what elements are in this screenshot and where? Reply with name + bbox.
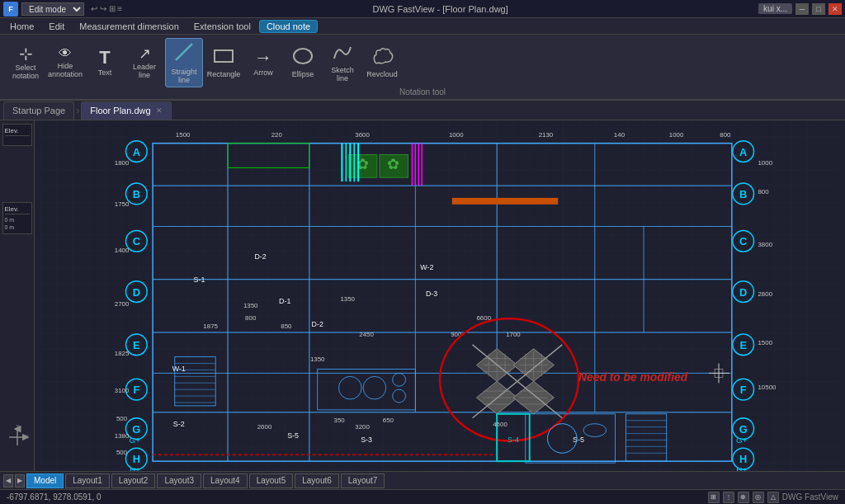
grid-icon[interactable]: ⋮	[723, 492, 734, 503]
window-title: DWG FastView - [Floor Plan.dwg]	[122, 4, 758, 14]
svg-text:3100: 3100	[115, 387, 130, 394]
svg-text:E: E	[739, 339, 747, 351]
revcloud-button[interactable]: Revcloud	[363, 38, 401, 87]
svg-text:800: 800	[245, 314, 257, 322]
svg-text:1500: 1500	[176, 131, 191, 139]
svg-text:D-3: D-3	[426, 290, 437, 298]
select-notation-label: Selectnotation	[12, 64, 39, 81]
svg-text:10500: 10500	[758, 384, 777, 391]
layout-tab-2[interactable]: Layout2	[111, 473, 156, 488]
ellipse-label: Ellipse	[292, 71, 314, 79]
straight-line-button[interactable]: Straightline	[165, 38, 203, 87]
layout-tab-1[interactable]: Layout1	[65, 473, 110, 488]
tab-close-icon[interactable]: ✕	[156, 106, 163, 115]
layout-tab-model[interactable]: Model	[26, 473, 64, 488]
svg-text:G+: G+	[130, 436, 141, 445]
y-axis-label: Y X	[5, 425, 30, 468]
rectangle-button[interactable]: Rectangle	[205, 38, 243, 87]
tab-floorplan[interactable]: Floor Plan.dwg ✕	[81, 101, 171, 120]
mode-select[interactable]: Edit mode	[21, 2, 84, 16]
maximize-button[interactable]: □	[812, 3, 825, 15]
select-notation-button[interactable]: ⊹ Selectnotation	[7, 38, 45, 87]
minimize-button[interactable]: ─	[795, 3, 809, 15]
rectangle-icon	[212, 46, 235, 68]
titlebar-right: kui x... ─ □ ✕	[758, 3, 842, 15]
svg-text:F: F	[740, 384, 747, 396]
sketch-line-icon	[331, 42, 354, 64]
menu-edit[interactable]: Edit	[42, 20, 71, 33]
layout-next-button[interactable]: ▶	[15, 474, 25, 488]
text-label: Text	[98, 69, 112, 78]
sketch-line-label: Sketchline	[331, 67, 354, 83]
hide-annotation-button[interactable]: 👁 Hideannotation	[46, 38, 84, 87]
select-notation-icon: ⊹	[19, 45, 33, 62]
layout-tab-3[interactable]: Layout3	[157, 473, 201, 488]
svg-rect-8	[40, 120, 840, 471]
svg-text:3600: 3600	[355, 131, 370, 139]
ellipse-button[interactable]: Ellipse	[284, 38, 322, 87]
svg-text:2130: 2130	[539, 131, 554, 139]
titlebar-left: F Edit mode ↩ ↪ ⊞ ≡	[3, 2, 122, 16]
svg-text:1750: 1750	[115, 200, 130, 208]
layout-tab-5[interactable]: Layout5	[249, 473, 294, 488]
snap-icon[interactable]: ⊞	[708, 492, 720, 503]
svg-text:1400: 1400	[115, 247, 130, 254]
elevation-box-2: Elev. 0 m 0 m	[2, 202, 32, 234]
elev-row-5: 0 m	[5, 224, 30, 231]
arrow-button[interactable]: → Arrow	[244, 38, 282, 87]
left-panel: Elev. Elev. 0 m 0 m	[0, 120, 35, 471]
tab-startup[interactable]: Startup Page	[3, 101, 74, 120]
svg-text:500: 500	[116, 415, 128, 422]
svg-text:F: F	[133, 384, 139, 396]
svg-text:S-5: S-5	[287, 431, 299, 440]
svg-text:850: 850	[281, 323, 292, 330]
svg-text:350: 350	[334, 417, 346, 424]
svg-text:C: C	[133, 235, 140, 247]
ortho-icon[interactable]: ⊕	[738, 492, 749, 503]
svg-text:H+: H+	[130, 465, 140, 471]
toolbar: ⊹ Selectnotation 👁 Hideannotation T Text…	[0, 35, 845, 101]
svg-text:2450: 2450	[359, 331, 374, 338]
layout-tab-6[interactable]: Layout6	[295, 473, 339, 488]
svg-text:S-2: S-2	[173, 420, 185, 428]
cad-canvas[interactable]: A B C D E F G G+ H H+ A	[35, 120, 845, 471]
menu-extension[interactable]: Extension tool	[187, 20, 257, 33]
menu-home[interactable]: Home	[3, 20, 40, 33]
svg-text:S-5: S-5	[573, 436, 584, 444]
layout-prev-button[interactable]: ◀	[3, 474, 13, 488]
svg-text:1350: 1350	[310, 356, 325, 363]
svg-text:D-2: D-2	[254, 252, 266, 261]
svg-text:220: 220	[271, 131, 283, 139]
layout-tab-4[interactable]: Layout4	[203, 473, 248, 488]
svg-text:S-4: S-4	[507, 436, 519, 444]
svg-text:3800: 3800	[758, 241, 772, 248]
svg-text:1350: 1350	[340, 295, 355, 303]
leader-line-icon: ↗	[139, 46, 151, 61]
svg-text:H+: H+	[736, 465, 747, 471]
svg-text:800: 800	[720, 131, 731, 139]
layout-tab-7[interactable]: Layout7	[341, 473, 385, 488]
svg-text:1500: 1500	[758, 339, 772, 346]
elev-row-4: 0 m	[5, 216, 30, 224]
svg-line-0	[176, 44, 192, 60]
text-button[interactable]: T Text	[86, 38, 124, 87]
statusbar: -6797.6871, 9278.0591, 0 ⊞ ⋮ ⊕ ◎ △ DWG F…	[0, 489, 845, 504]
text-icon: T	[99, 49, 110, 67]
svg-rect-97	[452, 198, 558, 205]
svg-text:W-1: W-1	[172, 365, 186, 373]
sketch-line-button[interactable]: Sketchline	[323, 38, 361, 87]
cloud-note-button[interactable]: Cloud note	[259, 20, 318, 33]
close-button[interactable]: ✕	[828, 3, 842, 15]
leader-line-button[interactable]: ↗ Leaderline	[125, 38, 163, 87]
svg-text:A: A	[739, 146, 747, 158]
svg-text:2700: 2700	[115, 300, 130, 308]
menu-measurement[interactable]: Measurement dimension	[73, 20, 185, 33]
svg-text:H: H	[133, 453, 140, 465]
osnap-icon[interactable]: △	[767, 492, 779, 503]
svg-text:650: 650	[383, 417, 394, 424]
tabbar: Startup Page › Floor Plan.dwg ✕	[0, 101, 845, 120]
polar-icon[interactable]: ◎	[753, 492, 764, 503]
elev-row-3	[5, 141, 30, 143]
svg-text:G: G	[132, 423, 140, 436]
menubar: Home Edit Measurement dimension Extensio…	[0, 18, 845, 35]
